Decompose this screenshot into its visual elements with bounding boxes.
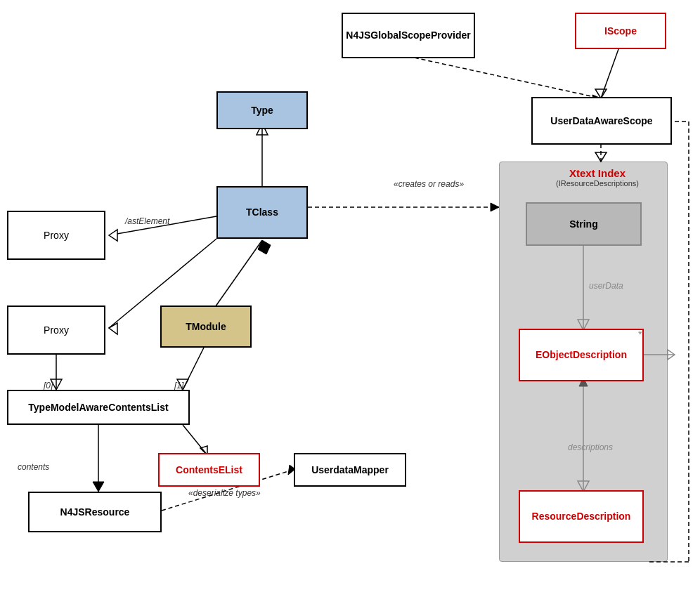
lastelement-annotation: /astElement bbox=[125, 216, 169, 226]
deserialize-annotation: «deserialize types» bbox=[188, 488, 261, 498]
userdatamapper-label: UserdataMapper bbox=[311, 464, 389, 476]
n4jsresource-label: N4JSResource bbox=[60, 506, 130, 518]
svg-line-18 bbox=[408, 56, 601, 98]
xtext-index-label: Xtext Index (IResourceDescriptions) bbox=[520, 167, 675, 188]
svg-line-20 bbox=[601, 49, 618, 98]
eobjectdesc-box: EObjectDescription bbox=[519, 329, 644, 381]
svg-marker-13 bbox=[93, 482, 104, 492]
svg-marker-7 bbox=[109, 323, 117, 334]
svg-line-8 bbox=[183, 348, 204, 390]
iscope-box: IScope bbox=[575, 13, 666, 49]
type-box: Type bbox=[216, 91, 308, 129]
star-annotation: * bbox=[638, 329, 642, 340]
svg-marker-33 bbox=[491, 203, 499, 211]
userdatamapper-box: UserdataMapper bbox=[294, 453, 406, 487]
idx1-annotation: [1] bbox=[174, 381, 183, 390]
type-label: Type bbox=[251, 104, 273, 117]
iresource-desc-text: (IResourceDescriptions) bbox=[520, 179, 675, 188]
userdatascope-box: UserDataAwareScope bbox=[531, 97, 672, 145]
svg-line-14 bbox=[183, 425, 207, 455]
string-label: String bbox=[569, 218, 597, 230]
creates-annotation: «creates or reads» bbox=[394, 179, 464, 189]
descriptions-annotation: descriptions bbox=[568, 442, 613, 452]
string-box: String bbox=[526, 202, 642, 246]
proxy1-label: Proxy bbox=[44, 229, 69, 242]
proxy2-label: Proxy bbox=[44, 324, 69, 336]
typemodel-box: TypeModelAwareContentsList bbox=[7, 390, 190, 425]
tmodule-box: TModule bbox=[160, 306, 252, 348]
userdatascope-label: UserDataAwareScope bbox=[550, 114, 652, 127]
n4jsresource-box: N4JSResource bbox=[28, 492, 162, 532]
svg-marker-35 bbox=[668, 350, 675, 360]
proxy1-box: Proxy bbox=[7, 211, 105, 260]
typemodel-label: TypeModelAwareContentsList bbox=[28, 401, 168, 414]
userdata-annotation: userData bbox=[589, 281, 623, 291]
svg-marker-3 bbox=[109, 230, 117, 241]
tclass-box: TClass bbox=[216, 186, 308, 239]
resourcedesc-box: ResourceDescription bbox=[519, 490, 644, 543]
tclass-label: TClass bbox=[246, 206, 278, 218]
eobjectdesc-label: EObjectDescription bbox=[536, 348, 627, 361]
diagram: Type TClass Proxy Proxy TModule TypeMode… bbox=[0, 0, 700, 611]
contentsel-label: ContentsEList bbox=[176, 464, 242, 476]
contents-annotation: contents bbox=[18, 462, 49, 472]
n4jsglobal-label: N4JSGlobalScopeProvider bbox=[346, 29, 470, 41]
tmodule-label: TModule bbox=[186, 320, 226, 333]
proxy2-box: Proxy bbox=[7, 306, 105, 355]
n4jsglobal-box: N4JSGlobalScopeProvider bbox=[342, 13, 475, 58]
iscope-label: IScope bbox=[604, 25, 637, 37]
svg-marker-23 bbox=[595, 152, 607, 162]
svg-marker-5 bbox=[258, 240, 271, 254]
resourcedesc-label: ResourceDescription bbox=[532, 510, 631, 523]
contentsel-box: ContentsEList bbox=[158, 453, 260, 487]
xtext-index-text: Xtext Index bbox=[520, 167, 675, 179]
idx0-annotation: [0] bbox=[44, 381, 53, 390]
